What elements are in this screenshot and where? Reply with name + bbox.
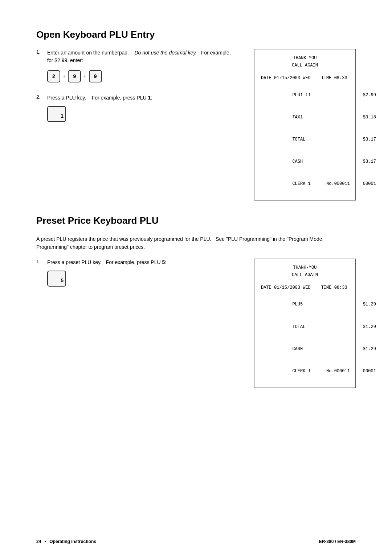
r2-label3: CLERK 1 No.000011	[292, 369, 363, 374]
step1-text-before: Enter an amount on the numberpad.	[47, 50, 129, 56]
r1-val4: 00001	[363, 181, 376, 186]
receipt-2: THANK-YOU CALL AGAIN DATE 01/15/2003 WED…	[254, 259, 356, 388]
receipt1-header1: THANK-YOU	[261, 54, 349, 62]
s2-step1-main: Press a preset PLU key. For example, pre…	[47, 259, 166, 265]
receipt2-row2: CASH $1.29	[261, 338, 349, 360]
sep2: +	[83, 72, 86, 81]
r1-label2: TOTAL	[292, 137, 363, 142]
r2-val3: 00001	[363, 369, 376, 374]
step1-number: 1.	[36, 49, 44, 88]
section2-step1: 1. Press a preset PLU key. For example, …	[36, 259, 232, 287]
r1-label4: CLERK 1 No.000011	[292, 181, 363, 186]
step2-text: Press a PLU key. For example, press PLU …	[47, 94, 152, 122]
r1-label1: TAX1	[292, 115, 363, 120]
section1-step1: 1. Enter an amount on the numberpad. Do …	[36, 49, 232, 88]
receipt1-date: DATE 01/15/2003 WED TIME 08:33	[261, 74, 349, 82]
receipt2-header: THANK-YOU CALL AGAIN	[261, 264, 349, 279]
r1-val0: $2.99	[363, 93, 376, 98]
section2-title: Preset Price Keyboard PLU	[36, 215, 356, 226]
r2-val1: $1.29	[363, 324, 376, 329]
section2-content-row: 1. Press a preset PLU key. For example, …	[36, 259, 356, 388]
receipt-1: THANK-YOU CALL AGAIN DATE 01/15/2003 WED…	[254, 49, 356, 200]
section2-body: A preset PLU registers the price that wa…	[36, 235, 356, 251]
step1-key-row: 2 + 9 + 9	[47, 70, 232, 82]
section2-receipt: THANK-YOU CALL AGAIN DATE 01/15/2003 WED…	[254, 259, 356, 388]
receipt1-row3: CASH $3.17	[261, 151, 349, 173]
page: Open Keyboard PLU Entry 1. Enter an amou…	[0, 0, 392, 555]
receipt1-row1: TAX1 $0.18	[261, 106, 349, 128]
key-2: 2	[47, 70, 60, 82]
r1-label0: PLU1 T1	[292, 93, 363, 98]
step2-number: 2.	[36, 94, 44, 122]
s2-step1-number: 1.	[36, 259, 44, 287]
footer-left: 24 • Operating Instructions	[36, 539, 96, 544]
receipt2-header1: THANK-YOU	[261, 264, 349, 271]
section1-receipt: THANK-YOU CALL AGAIN DATE 01/15/2003 WED…	[254, 49, 356, 200]
receipt2-row3: CLERK 1 No.000011 00001	[261, 360, 349, 382]
footer-page-num: 24	[36, 539, 41, 544]
footer-right-text: ER-380 / ER-380M	[319, 539, 356, 544]
receipt1-row0: PLU1 T1 $2.99	[261, 84, 349, 106]
receipt1-row4: CLERK 1 No.000011 00001	[261, 173, 349, 195]
r1-val1: $0.18	[363, 115, 376, 120]
receipt1-header2: CALL AGAIN	[261, 62, 349, 69]
s2-plu-bold: 5	[162, 259, 165, 265]
receipt1-header: THANK-YOU CALL AGAIN	[261, 54, 349, 69]
r1-val2: $3.17	[363, 137, 376, 142]
key-9a: 9	[68, 70, 81, 82]
plu1-key: 1	[47, 106, 66, 122]
receipt2-header2: CALL AGAIN	[261, 271, 349, 279]
footer-bullet: •	[45, 539, 46, 544]
step2-text-main: Press a PLU key. For example, press PLU …	[47, 95, 152, 101]
r2-label0: PLU5	[292, 302, 363, 307]
r2-label1: TOTAL	[292, 324, 363, 329]
page-footer: 24 • Operating Instructions ER-380 / ER-…	[36, 536, 356, 544]
r1-label3: CASH	[292, 159, 363, 164]
step2-plu-bold: 1	[148, 95, 151, 101]
r2-val2: $1.29	[363, 347, 376, 352]
key-9b: 9	[89, 70, 102, 82]
section1-content-row: 1. Enter an amount on the numberpad. Do …	[36, 49, 356, 200]
receipt2-row0: PLU5 $1.29	[261, 293, 349, 316]
plu5-key: 5	[47, 271, 66, 287]
receipt1-row2: TOTAL $3.17	[261, 129, 349, 151]
step1-text: Enter an amount on the numberpad. Do not…	[47, 49, 232, 88]
receipt2-row1: TOTAL $1.29	[261, 316, 349, 338]
section2-instructions: 1. Press a preset PLU key. For example, …	[36, 259, 232, 292]
s2-step1-text: Press a preset PLU key. For example, pre…	[47, 259, 166, 287]
section1-step2: 2. Press a PLU key. For example, press P…	[36, 94, 232, 122]
receipt2-date: DATE 01/15/2003 WED TIME 08:33	[261, 284, 349, 291]
section1-title: Open Keyboard PLU Entry	[36, 29, 356, 40]
sep1: +	[62, 72, 66, 81]
footer-center-text: Operating Instructions	[49, 539, 96, 544]
r2-label2: CASH	[292, 347, 363, 352]
r1-val3: $3.17	[363, 159, 376, 164]
r2-val0: $1.29	[363, 302, 376, 307]
section1-instructions: 1. Enter an amount on the numberpad. Do …	[36, 49, 232, 128]
section-open-keyboard-plu: Open Keyboard PLU Entry 1. Enter an amou…	[36, 29, 356, 200]
step1-text-italic: Do not use the decimal key.	[135, 50, 197, 56]
section-preset-price-plu: Preset Price Keyboard PLU A preset PLU r…	[36, 215, 356, 388]
